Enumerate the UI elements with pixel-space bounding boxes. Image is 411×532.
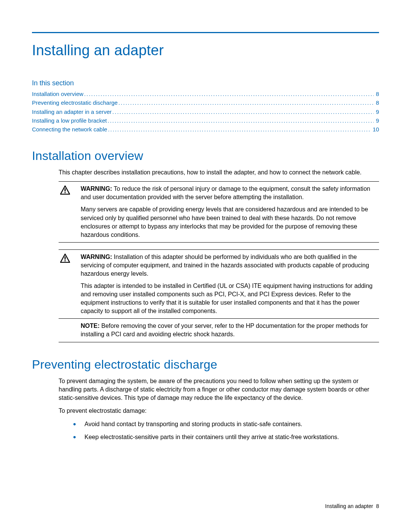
footer-text: Installing an adapter xyxy=(325,503,373,509)
toc-page: 10 xyxy=(371,125,379,134)
section-heading-esd: Preventing electrostatic discharge xyxy=(32,358,379,372)
esd-body: To prevent damaging the system, be aware… xyxy=(59,377,379,415)
toc-label: Installing a low profile bracket xyxy=(32,116,107,125)
warning-label: WARNING: xyxy=(81,254,112,260)
toc-row[interactable]: Connecting the network cable 10 xyxy=(32,125,379,134)
top-rule xyxy=(32,32,379,33)
toc-label: Connecting the network cable xyxy=(32,125,107,134)
warning-text: To reduce the risk of personal injury or… xyxy=(81,185,370,200)
warning-text-2: Many servers are capable of providing en… xyxy=(81,205,378,239)
svg-rect-2 xyxy=(65,256,66,259)
intro-text: This chapter describes installation prec… xyxy=(59,168,379,177)
esd-p1: To prevent damaging the system, be aware… xyxy=(59,377,379,402)
toc-row[interactable]: Preventing electrostatic discharge 8 xyxy=(32,98,379,107)
toc-page: 8 xyxy=(374,89,379,98)
list-item: Keep electrostatic-sensitive parts in th… xyxy=(73,433,379,442)
svg-rect-0 xyxy=(65,189,66,192)
callout-row: WARNING: To reduce the risk of personal … xyxy=(59,181,379,242)
note-label: NOTE: xyxy=(81,323,100,329)
section-heading-installation-overview: Installation overview xyxy=(32,149,379,163)
intro-paragraph: This chapter describes installation prec… xyxy=(59,168,379,177)
toc-row[interactable]: Installing an adapter in a server 9 xyxy=(32,107,379,116)
callout-body: NOTE: Before removing the cover of your … xyxy=(81,322,379,339)
warning-text: Installation of this adapter should be p… xyxy=(81,254,369,277)
toc-label: Installing an adapter in a server xyxy=(32,107,112,116)
esd-bullets: Avoid hand contact by transporting and s… xyxy=(73,420,379,442)
toc-page: 9 xyxy=(374,107,379,116)
warning-text-2: This adapter is intended to be installed… xyxy=(81,282,378,315)
callout-body: WARNING: Installation of this adapter sh… xyxy=(81,253,379,316)
footer-page: 8 xyxy=(376,503,379,509)
page-footer: Installing an adapter 8 xyxy=(325,503,379,509)
warning-icon xyxy=(59,253,81,264)
in-this-section-label: In this section xyxy=(32,79,379,87)
callout-row: WARNING: Installation of this adapter sh… xyxy=(59,249,379,319)
toc-row[interactable]: Installation overview 8 xyxy=(32,89,379,98)
note-icon-col xyxy=(59,322,81,323)
callout-row: NOTE: Before removing the cover of your … xyxy=(59,319,379,342)
toc-page: 8 xyxy=(374,98,379,107)
toc-block: In this section Installation overview 8 … xyxy=(32,79,379,134)
callout-body: WARNING: To reduce the risk of personal … xyxy=(81,185,379,239)
page-title: Installing an adapter xyxy=(32,42,379,59)
warning-label: WARNING: xyxy=(81,185,112,192)
toc-dots xyxy=(84,89,374,98)
toc-dots xyxy=(118,98,374,107)
warning-callout-1: WARNING: To reduce the risk of personal … xyxy=(59,181,379,242)
toc-row[interactable]: Installing a low profile bracket 9 xyxy=(32,116,379,125)
list-item: Avoid hand contact by transporting and s… xyxy=(73,420,379,429)
toc-dots xyxy=(108,125,371,134)
warning-callout-2: WARNING: Installation of this adapter sh… xyxy=(59,249,379,342)
toc-page: 9 xyxy=(374,116,379,125)
toc-dots xyxy=(112,107,373,116)
toc-dots xyxy=(108,116,374,125)
warning-icon xyxy=(59,185,81,196)
toc-label: Preventing electrostatic discharge xyxy=(32,98,118,107)
note-text: Before removing the cover of your server… xyxy=(81,323,368,337)
esd-p2: To prevent electrostatic damage: xyxy=(59,407,379,415)
toc-label: Installation overview xyxy=(32,89,83,98)
svg-rect-1 xyxy=(65,192,66,193)
svg-rect-3 xyxy=(65,260,66,261)
